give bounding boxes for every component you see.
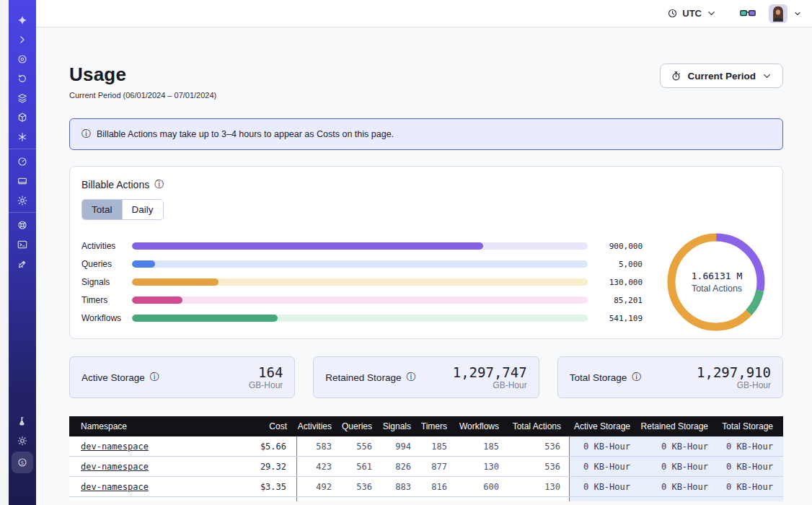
storage-value: 1,297,747 (453, 365, 527, 379)
info-icon[interactable]: ⓘ (406, 371, 415, 384)
bar-value: 541,109 (598, 314, 643, 323)
cell-queries (340, 497, 381, 501)
cell-total_storage: 0 KB-Hour (718, 436, 783, 456)
page-header: Usage Current Period (06/01/2024 – 07/01… (69, 63, 783, 100)
terminal-icon[interactable] (9, 234, 36, 254)
labs-flask-icon[interactable] (9, 411, 36, 431)
billing-card-icon[interactable] (9, 171, 36, 190)
storage-cards: Active Storage ⓘ 164 GB-Hour Retained St… (69, 356, 783, 398)
main-content: Usage Current Period (06/01/2024 – 07/01… (36, 28, 812, 505)
namespace-link[interactable]: dev-namespace (81, 482, 149, 492)
cell-queries: 556 (340, 436, 381, 456)
donut-total-value: 1.66131 M (692, 271, 742, 281)
cell-timers: 185 (420, 436, 456, 456)
namespace-link[interactable]: dev-namespace (81, 442, 149, 452)
rocket-icon[interactable] (9, 254, 36, 273)
collapse-chevron-icon[interactable] (9, 30, 36, 49)
avatar[interactable] (769, 4, 787, 23)
namespace-link[interactable]: dev-namespace (81, 462, 149, 472)
billable-actions-title: Billable Actions ⓘ (81, 178, 771, 191)
info-icon[interactable]: ⓘ (150, 371, 159, 384)
sidebar: $ (9, 0, 36, 505)
sidebar-divider (9, 212, 36, 213)
stopwatch-icon (671, 71, 681, 82)
cell-cost (225, 497, 297, 501)
bar-fill (132, 260, 155, 268)
period-selector-button[interactable]: Current Period (660, 63, 783, 88)
chevron-down-icon (706, 8, 717, 19)
svg-text:$: $ (21, 460, 24, 466)
bar-track (132, 278, 588, 286)
cell-cost: 29.32 (225, 457, 297, 476)
cell-activities (297, 497, 340, 501)
bar-track (132, 260, 588, 268)
billable-actions-label: Billable Actions (81, 179, 149, 190)
bar-fill (132, 278, 219, 286)
donut-chart: 1.66131 M Total Actions (663, 229, 771, 335)
cell-total_storage: 0 KB-Hour (718, 477, 783, 496)
page-title: Usage (69, 63, 216, 86)
bar-label: Signals (81, 277, 132, 287)
bar-value: 900,000 (598, 242, 643, 251)
donut-total-label: Total Actions (692, 284, 742, 294)
history-icon[interactable] (9, 69, 36, 88)
batch-asterisk-icon[interactable] (9, 127, 36, 146)
period-button-label: Current Period (687, 71, 756, 82)
cell-total_storage (718, 497, 783, 501)
theme-sun-icon[interactable] (9, 431, 36, 450)
cell-activities: 583 (297, 436, 340, 456)
storage-label-text: Total Storage (570, 372, 627, 383)
bar-row: Queries5,000 (81, 255, 643, 273)
timezone-label: UTC (682, 8, 702, 19)
cell-active_storage (570, 497, 640, 501)
timezone-selector[interactable]: UTC (667, 8, 717, 19)
bar-value: 85,201 (598, 296, 643, 305)
cell-namespace: dev-namespace (69, 477, 225, 496)
cell-activities: 423 (297, 457, 340, 476)
info-icon[interactable]: ⓘ (154, 178, 164, 191)
banner-text: Billable Actions may take up to 3–4 hour… (97, 129, 394, 139)
storage-card-label: Retained Storage ⓘ (325, 371, 415, 384)
bar-label: Workflows (81, 313, 132, 323)
cell-active_storage: 0 KB-Hour (570, 436, 640, 456)
cell-retained_storage: 0 KB-Hour (640, 436, 718, 456)
bar-label: Queries (81, 259, 132, 269)
bar-label: Timers (81, 295, 132, 305)
cell-workflows (456, 497, 508, 501)
cell-workflows: 600 (456, 477, 508, 496)
cell-signals: 883 (381, 477, 420, 496)
cell-active_storage: 0 KB-Hour (570, 477, 640, 496)
cube-icon[interactable] (9, 107, 36, 127)
tab-daily[interactable]: Daily (122, 200, 163, 219)
storage-label-text: Active Storage (81, 372, 145, 383)
retained-storage-card: Retained Storage ⓘ 1,297,747 GB-Hour (313, 356, 539, 398)
bar-row: Workflows541,109 (81, 309, 643, 328)
storage-card-label: Total Storage ⓘ (570, 371, 642, 384)
usage-table-body: dev-namespace$5.665835569941851855360 KB… (69, 436, 783, 501)
cell-total_actions (508, 497, 570, 501)
chevron-down-icon[interactable] (793, 9, 802, 18)
storage-value: 164 (249, 365, 283, 379)
topbar: UTC (36, 0, 812, 27)
settings-gear-icon[interactable] (9, 190, 36, 210)
support-lifebuoy-icon[interactable] (9, 215, 36, 234)
info-icon[interactable]: ⓘ (632, 371, 641, 384)
glasses-icon[interactable] (740, 8, 756, 19)
storage-unit: GB-Hour (249, 380, 283, 390)
usage-gauge-icon[interactable] (9, 152, 36, 171)
tab-total[interactable]: Total (82, 200, 122, 219)
bar-row: Signals130,000 (81, 273, 643, 291)
layers-icon[interactable] (9, 88, 36, 107)
column-header: Queries (340, 421, 381, 431)
table-row-partial (69, 497, 783, 501)
namespaces-icon[interactable] (9, 49, 36, 69)
bar-track (132, 315, 588, 322)
cell-workflows: 185 (456, 436, 508, 456)
cell-total_actions: 130 (508, 477, 570, 496)
column-header: Total Actions (508, 421, 570, 431)
billable-actions-card: Billable Actions ⓘ TotalDaily Activities… (69, 166, 783, 339)
pricing-dollar-icon[interactable]: $ (12, 452, 33, 473)
temporal-logo-icon[interactable] (9, 10, 36, 30)
chevron-down-icon (762, 71, 772, 82)
storage-label-text: Retained Storage (325, 372, 401, 383)
